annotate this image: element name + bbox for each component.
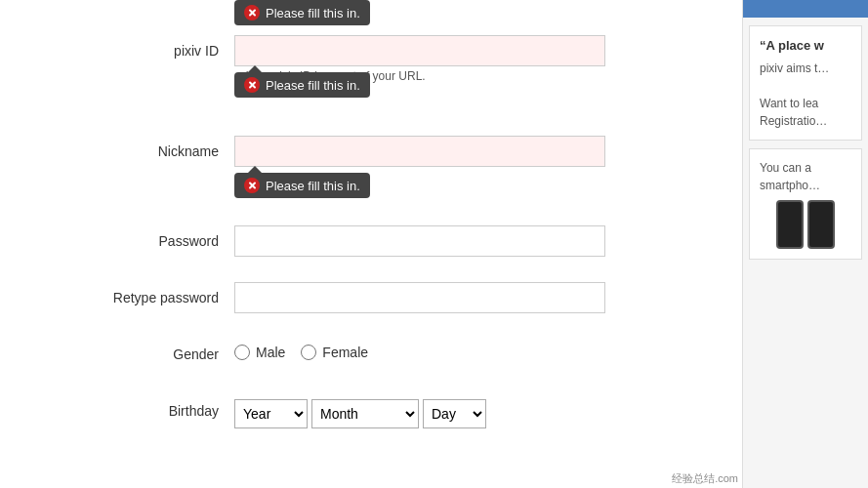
nickname-field-area: Please fill this in. (234, 136, 723, 167)
sidebar-want-text: Want to lea (760, 95, 851, 112)
nickname-input[interactable] (234, 136, 605, 167)
error-x-icon-3 (244, 178, 260, 193)
top-tooltip-area: Please fill this in. (234, 10, 723, 35)
nickname-error-text: Please fill this in. (266, 179, 360, 193)
retype-input[interactable] (234, 282, 605, 313)
gender-radio-group: Male Female (234, 339, 723, 360)
gender-female-radio[interactable] (301, 345, 316, 360)
sidebar-top-button[interactable] (743, 0, 868, 18)
birthday-field-area: Year 1990 1991 1992 1993 1994 1995 2000 … (234, 395, 723, 428)
form-area: Please fill this in. pixiv ID ・Your pixi… (0, 0, 742, 452)
password-input[interactable] (234, 225, 605, 257)
error-x-icon (244, 5, 260, 20)
birthday-day-select[interactable]: Day 1 2 3 4 5 (423, 399, 486, 428)
sidebar-you-can-text: You can a (760, 159, 851, 177)
sidebar-desc-text: pixiv aims t… (760, 60, 851, 77)
right-sidebar: “A place w pixiv aims t… Want to lea Reg… (742, 0, 868, 488)
retype-label: Retype password (59, 282, 234, 305)
pixiv-id-row: pixiv ID ・Your pixiv ID is a part of you… (59, 35, 723, 85)
gender-row: Gender Male Female (59, 339, 723, 378)
retype-field-area (234, 282, 723, 313)
birthday-year-select[interactable]: Year 1990 1991 1992 1993 1994 1995 2000 (234, 399, 308, 428)
birthday-label: Birthday (59, 395, 234, 419)
gender-label: Gender (59, 339, 234, 362)
password-field-area (234, 225, 723, 257)
gender-male-label[interactable]: Male (234, 345, 285, 360)
birthday-month-select[interactable]: Month January February March April May J… (311, 399, 419, 428)
nickname-error-tooltip: Please fill this in. (234, 173, 370, 198)
retype-row: Retype password (59, 282, 723, 321)
password-row: Password (59, 225, 723, 264)
pixiv-id-error-text: Please fill this in. (266, 78, 360, 93)
phone-icon-1 (776, 200, 804, 249)
empty-label (59, 10, 234, 18)
sidebar-phones (760, 200, 851, 249)
nickname-row: Nickname Please fill this in. (59, 136, 723, 175)
sidebar-quote-text: “A place w (760, 36, 851, 56)
birthday-selects: Year 1990 1991 1992 1993 1994 1995 2000 … (234, 395, 723, 428)
error-x-icon-2 (244, 77, 260, 93)
gender-male-text: Male (256, 345, 285, 360)
phone-icon-2 (807, 200, 835, 249)
main-content: Please fill this in. pixiv ID ・Your pixi… (0, 0, 742, 488)
sidebar-phone-card: You can a smartpho… (749, 148, 862, 260)
watermark: 经验总结.com (668, 469, 742, 488)
page-wrapper: Please fill this in. pixiv ID ・Your pixi… (0, 0, 868, 488)
pixiv-id-top-tooltip-row: Please fill this in. (59, 10, 723, 35)
pixiv-id-label: pixiv ID (59, 35, 234, 59)
gender-male-radio[interactable] (234, 345, 250, 360)
pixiv-id-field-area: ・Your pixiv ID is a part of your URL. Pl… (234, 35, 723, 85)
gender-female-label[interactable]: Female (301, 345, 368, 360)
gender-field-area: Male Female (234, 339, 723, 360)
password-label: Password (59, 225, 234, 249)
sidebar-quote-card: “A place w pixiv aims t… Want to lea Reg… (749, 25, 862, 141)
birthday-row: Birthday Year 1990 1991 1992 1993 1994 1… (59, 395, 723, 434)
gender-female-text: Female (322, 345, 368, 360)
nickname-label: Nickname (59, 136, 234, 159)
sidebar-reg-text: Registratio… (760, 112, 851, 130)
pixiv-id-error-tooltip: Please fill this in. (234, 72, 370, 98)
top-tooltip-text: Please fill this in. (266, 6, 360, 20)
pixiv-id-top-error-tooltip: Please fill this in. (234, 0, 370, 25)
pixiv-id-input[interactable] (234, 35, 605, 66)
sidebar-smartphone-text: smartpho… (760, 177, 851, 194)
